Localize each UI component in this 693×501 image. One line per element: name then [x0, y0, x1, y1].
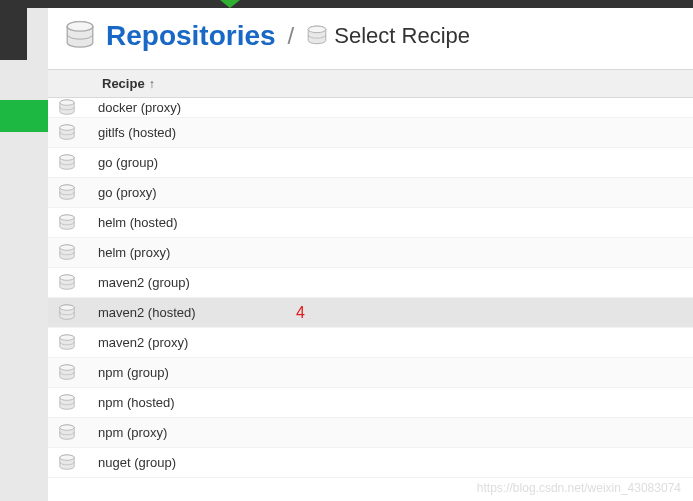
table-row[interactable]: helm (hosted): [48, 208, 693, 238]
recipe-label: go (proxy): [98, 185, 157, 200]
database-icon: [58, 124, 76, 142]
breadcrumb: Repositories / Select Recipe: [48, 8, 693, 69]
table-row[interactable]: npm (proxy): [48, 418, 693, 448]
database-icon: [58, 214, 76, 232]
sort-ascending-icon[interactable]: ↑: [149, 77, 155, 91]
recipe-label: maven2 (hosted): [98, 305, 196, 320]
table-header[interactable]: Recipe ↑: [48, 69, 693, 98]
table-row[interactable]: go (proxy): [48, 178, 693, 208]
recipe-label: npm (hosted): [98, 395, 175, 410]
breadcrumb-separator: /: [288, 22, 295, 50]
main-content: Repositories / Select Recipe Recipe ↑ do…: [48, 8, 693, 501]
recipe-icon: [306, 25, 328, 47]
database-icon: [58, 394, 76, 412]
database-icon: [58, 99, 76, 117]
sidebar-active-item[interactable]: [0, 100, 48, 132]
recipe-label: helm (proxy): [98, 245, 170, 260]
watermark: https://blog.csdn.net/weixin_43083074: [477, 481, 681, 495]
database-icon: [58, 454, 76, 472]
database-icon: [58, 154, 76, 172]
table-row[interactable]: helm (proxy): [48, 238, 693, 268]
top-bar: [0, 0, 693, 8]
database-icon: [58, 304, 76, 322]
recipe-label: go (group): [98, 155, 158, 170]
table-row[interactable]: gitlfs (hosted): [48, 118, 693, 148]
recipe-label: docker (proxy): [98, 100, 181, 115]
recipe-label: npm (proxy): [98, 425, 167, 440]
sidebar-dark-block: [0, 8, 27, 60]
database-icon: [58, 274, 76, 292]
page-title[interactable]: Repositories: [106, 20, 276, 52]
annotation-marker: 4: [296, 304, 305, 322]
repositories-icon: [64, 20, 96, 52]
database-icon: [58, 364, 76, 382]
recipe-label: nuget (group): [98, 455, 176, 470]
column-recipe-label[interactable]: Recipe: [102, 76, 145, 91]
table-row[interactable]: nuget (group): [48, 448, 693, 478]
table-row[interactable]: maven2 (proxy): [48, 328, 693, 358]
database-icon: [58, 424, 76, 442]
table-row[interactable]: npm (hosted): [48, 388, 693, 418]
recipe-label: gitlfs (hosted): [98, 125, 176, 140]
recipe-label: maven2 (proxy): [98, 335, 188, 350]
table-row[interactable]: go (group): [48, 148, 693, 178]
recipe-label: maven2 (group): [98, 275, 190, 290]
table-body: docker (proxy)gitlfs (hosted)go (group)g…: [48, 98, 693, 478]
table-row[interactable]: maven2 (hosted)4: [48, 298, 693, 328]
table-row[interactable]: npm (group): [48, 358, 693, 388]
table-row[interactable]: docker (proxy): [48, 98, 693, 118]
database-icon: [58, 184, 76, 202]
active-tab-indicator: [220, 0, 240, 8]
recipe-label: npm (group): [98, 365, 169, 380]
breadcrumb-current: Select Recipe: [334, 23, 470, 49]
table-row[interactable]: maven2 (group): [48, 268, 693, 298]
database-icon: [58, 244, 76, 262]
left-sidebar: [0, 8, 48, 501]
recipe-label: helm (hosted): [98, 215, 177, 230]
database-icon: [58, 334, 76, 352]
